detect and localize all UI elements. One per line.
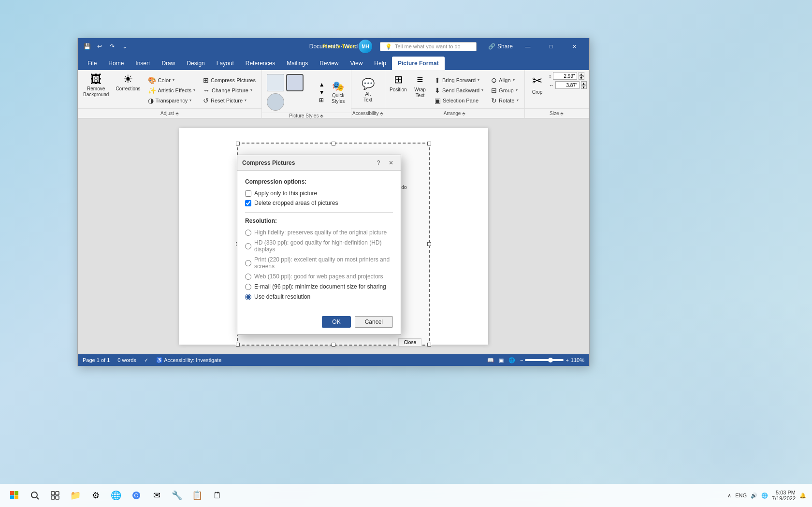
resize-handle-tr[interactable] (427, 142, 431, 145)
tab-mailings[interactable]: Mailings (281, 57, 314, 70)
styles-more[interactable]: ⊞ (319, 97, 325, 103)
width-input[interactable] (555, 81, 580, 89)
settings-button[interactable]: ⚙ (87, 487, 104, 504)
picture-styles-group-label[interactable]: Picture Styles ⬘ (262, 113, 351, 118)
radio-web-150-input[interactable] (245, 274, 251, 280)
tab-home[interactable]: Home (102, 57, 130, 70)
edge-browser-button[interactable]: 🌐 (107, 487, 125, 504)
app3-button[interactable]: 🗒 (209, 487, 226, 504)
redo-button[interactable]: ↷ (107, 41, 117, 52)
radio-high-fidelity-input[interactable] (245, 230, 251, 236)
search-button[interactable] (26, 487, 44, 504)
minimize-button[interactable]: — (517, 38, 539, 55)
height-input[interactable] (553, 72, 577, 80)
app2-button[interactable]: 📋 (188, 487, 206, 504)
taskbar-arrow-up[interactable]: ∧ (727, 493, 731, 499)
share-button[interactable]: 🔗 Share (484, 42, 517, 51)
tab-draw[interactable]: Draw (156, 57, 181, 70)
dialog-help-button[interactable]: ? (374, 158, 383, 168)
wrap-text-button[interactable]: ≡ WrapText (410, 72, 430, 100)
taskbar-network[interactable]: 🌐 (761, 493, 768, 499)
zoom-slider[interactable] (525, 359, 564, 361)
ribbon-collapse-button[interactable]: ⌃ (578, 72, 587, 84)
remove-background-button[interactable]: 🖼 RemoveBackground (81, 72, 111, 99)
alt-text-button[interactable]: 💬 AltText (358, 76, 377, 104)
selection-pane-button[interactable]: ▣ Selection Pane (432, 96, 486, 105)
crop-button[interactable]: ✂ Crop (528, 72, 547, 97)
spell-check-icon[interactable]: ✓ (144, 357, 148, 363)
resize-handle-tl[interactable] (236, 142, 240, 145)
change-picture-button[interactable]: ↔ Change Picture ▾ (200, 86, 259, 95)
zoom-in-button[interactable]: + (566, 357, 568, 363)
close-button[interactable]: ✕ (563, 38, 585, 55)
tab-layout[interactable]: Layout (211, 57, 240, 70)
start-button[interactable] (6, 487, 23, 504)
tab-insert[interactable]: Insert (130, 57, 156, 70)
artistic-effects-button[interactable]: ✨ Artistic Effects ▾ (145, 86, 198, 95)
tab-help[interactable]: Help (368, 57, 392, 70)
file-explorer-button[interactable]: 📁 (67, 487, 84, 504)
transparency-button[interactable]: ◑ Transparency ▾ (145, 96, 198, 105)
size-group-label[interactable]: Size ⬘ (525, 108, 589, 118)
taskbar-volume[interactable]: 🔊 (751, 493, 757, 499)
tab-view[interactable]: View (345, 57, 369, 70)
group-button[interactable]: ⊟ Group ▾ (488, 86, 521, 95)
read-view-icon[interactable]: 📖 (487, 357, 494, 363)
mail-button[interactable]: ✉ (148, 487, 165, 504)
zoom-out-button[interactable]: − (520, 357, 523, 363)
app1-button[interactable]: 🔧 (168, 487, 186, 504)
save-button[interactable]: 💾 (82, 41, 92, 52)
rotate-button[interactable]: ↻ Rotate ▾ (488, 96, 521, 105)
tell-me-input[interactable]: 💡 Tell me what you want to do (380, 42, 477, 51)
picture-style-1[interactable] (267, 74, 284, 91)
tab-file[interactable]: File (82, 57, 102, 70)
print-layout-icon[interactable]: ▣ (499, 357, 504, 363)
picture-style-2[interactable] (286, 74, 304, 91)
tab-picture-format[interactable]: Picture Format (392, 57, 445, 70)
delete-cropped-checkbox[interactable] (245, 200, 251, 206)
quick-styles-button[interactable]: 🎭 QuickStyles (329, 79, 348, 106)
radio-print-220-input[interactable] (245, 260, 251, 266)
resize-handle-br[interactable] (427, 343, 431, 347)
close-troubleshoot-button[interactable]: Close (398, 338, 421, 347)
radio-email-96-input[interactable] (245, 284, 251, 290)
compress-pictures-button[interactable]: ⊞ Compress Pictures (200, 75, 259, 85)
undo-button[interactable]: ↩ (94, 41, 105, 52)
ok-button[interactable]: OK (322, 316, 350, 328)
adjust-group-label[interactable]: Adjust ⬘ (78, 108, 261, 118)
width-down[interactable]: ▼ (581, 85, 587, 89)
notifications-button[interactable]: 🔔 (799, 493, 806, 499)
apply-only-checkbox[interactable] (245, 190, 251, 197)
accessibility-status[interactable]: ♿ Accessibility: Investigate (156, 357, 222, 363)
tab-references[interactable]: References (240, 57, 281, 70)
color-button[interactable]: 🎨 Color ▾ (145, 75, 198, 85)
resize-handle-tm[interactable] (332, 142, 335, 145)
styles-scroll-down[interactable]: ▼ (319, 89, 325, 96)
dialog-close-button[interactable]: ✕ (386, 158, 396, 168)
user-avatar[interactable]: MH (359, 40, 372, 53)
styles-scroll-up[interactable]: ▲ (319, 81, 325, 88)
chrome-button[interactable] (128, 487, 145, 504)
send-backward-button[interactable]: ⬇ Send Backward ▾ (432, 86, 486, 95)
accessibility-group-label[interactable]: Accessibility ⬘ (351, 108, 385, 118)
resize-handle-bm[interactable] (332, 343, 335, 347)
reset-picture-button[interactable]: ↺ Reset Picture ▾ (200, 96, 259, 105)
resize-handle-mr[interactable] (427, 242, 431, 246)
bring-forward-button[interactable]: ⬆ Bring Forward ▾ (432, 75, 486, 85)
tab-review[interactable]: Review (314, 57, 344, 70)
align-button[interactable]: ⊜ Align ▾ (488, 75, 521, 85)
radio-hd-330-input[interactable] (245, 243, 251, 249)
radio-use-default-input[interactable] (245, 294, 251, 300)
corrections-button[interactable]: ☀ Corrections (113, 72, 143, 93)
position-button[interactable]: ⊞ Position (388, 72, 408, 94)
taskbar-clock[interactable]: 5:03 PM 7/19/2022 (772, 490, 796, 501)
web-view-icon[interactable]: 🌐 (508, 357, 515, 363)
tab-design[interactable]: Design (181, 57, 210, 70)
task-view-button[interactable] (46, 487, 64, 504)
picture-style-3[interactable] (267, 93, 284, 111)
taskbar-language[interactable]: ENG (735, 493, 747, 498)
quick-access-dropdown[interactable]: ⌄ (119, 41, 130, 52)
cancel-button[interactable]: Cancel (355, 316, 393, 328)
maximize-button[interactable]: □ (540, 38, 562, 55)
resize-handle-bl[interactable] (236, 343, 240, 347)
